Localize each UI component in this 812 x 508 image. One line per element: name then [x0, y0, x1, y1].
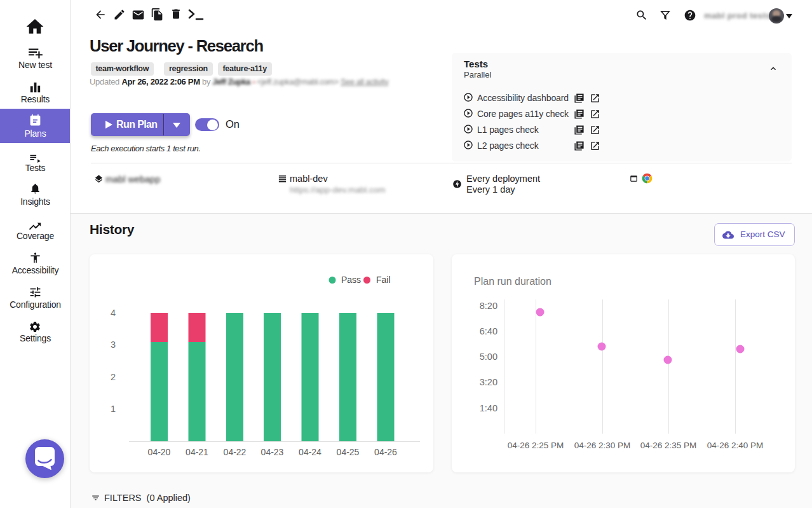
svg-text:04-24: 04-24 [299, 447, 321, 457]
svg-text:04-21: 04-21 [186, 447, 208, 457]
svg-text:Plan run duration: Plan run duration [474, 276, 551, 287]
svg-text:Fail: Fail [376, 275, 391, 285]
svg-text:04-26 2:35 PM: 04-26 2:35 PM [640, 441, 697, 450]
svg-text:04-26 2:25 PM: 04-26 2:25 PM [508, 441, 564, 450]
svg-text:2: 2 [111, 372, 116, 382]
svg-text:Pass: Pass [341, 275, 361, 285]
svg-text:04-20: 04-20 [148, 447, 171, 457]
svg-text:3: 3 [111, 340, 116, 350]
svg-text:04-25: 04-25 [337, 447, 360, 457]
svg-text:4: 4 [111, 308, 116, 318]
svg-text:04-22: 04-22 [224, 447, 247, 457]
svg-text:04-26: 04-26 [374, 447, 397, 457]
svg-text:1:40: 1:40 [480, 403, 497, 413]
svg-text:04-23: 04-23 [261, 447, 284, 457]
svg-text:04-26 2:40 PM: 04-26 2:40 PM [707, 441, 764, 450]
svg-text:6:40: 6:40 [480, 326, 497, 336]
svg-text:8:20: 8:20 [480, 301, 497, 311]
svg-text:1: 1 [111, 404, 116, 414]
svg-text:04-26 2:30 PM: 04-26 2:30 PM [574, 441, 631, 450]
svg-text:5:00: 5:00 [480, 352, 497, 362]
svg-text:3:20: 3:20 [480, 377, 497, 387]
